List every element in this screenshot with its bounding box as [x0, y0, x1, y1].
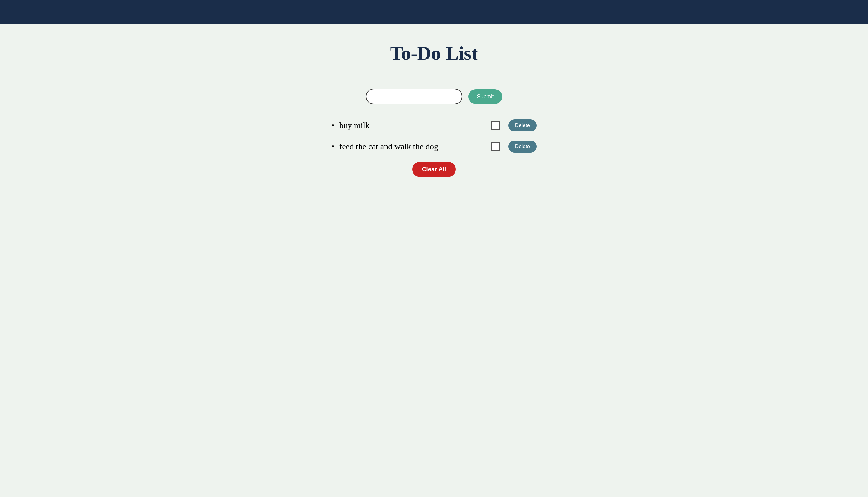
todo-item-row: • feed the cat and walk the dog Delete: [331, 141, 537, 153]
input-row: Submit: [366, 89, 502, 104]
todo-item-row: • buy milk Delete: [331, 119, 537, 131]
todo-item-text-wrap: • feed the cat and walk the dog: [331, 142, 491, 152]
todo-item-controls: Delete: [491, 119, 537, 131]
header-bar: [0, 0, 868, 24]
clear-all-button[interactable]: Clear All: [412, 162, 456, 177]
todo-list: • buy milk Delete • feed the cat and wal…: [331, 119, 537, 162]
todo-item-text: buy milk: [339, 120, 491, 130]
bullet-icon: •: [331, 142, 335, 152]
bullet-icon: •: [331, 120, 335, 130]
todo-checkbox[interactable]: [491, 121, 500, 130]
todo-item-controls: Delete: [491, 141, 537, 153]
submit-button[interactable]: Submit: [468, 89, 502, 104]
delete-button[interactable]: Delete: [509, 119, 537, 131]
todo-item-text: feed the cat and walk the dog: [339, 142, 491, 152]
todo-input[interactable]: [366, 89, 463, 104]
main-content: To-Do List Submit • buy milk Delete • fe…: [0, 24, 868, 177]
todo-item-text-wrap: • buy milk: [331, 120, 491, 130]
todo-checkbox[interactable]: [491, 142, 500, 151]
delete-button[interactable]: Delete: [509, 141, 537, 153]
page-title: To-Do List: [390, 42, 478, 65]
